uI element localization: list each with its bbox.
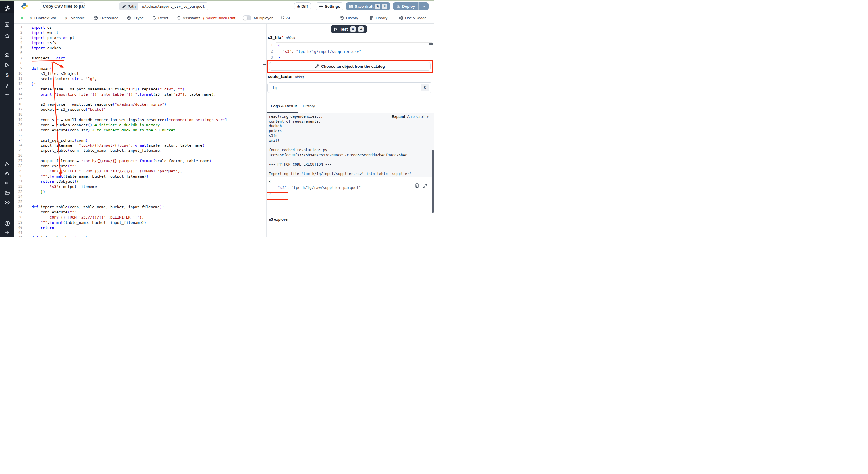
code-line[interactable]: 41: [14, 230, 262, 236]
tab-logs-result[interactable]: Logs & Result: [271, 104, 297, 108]
code-line[interactable]: 38 COPY {} FROM 's3://{}/{}' (DELIMITER …: [14, 215, 262, 220]
code-line[interactable]: 42def init_sql_schema(conn):: [14, 236, 262, 237]
diff-button[interactable]: ± Diff: [294, 2, 311, 10]
code-line[interactable]: 25 import_table(conn, table_name, bucket…: [14, 148, 262, 153]
sidebar-item-resources[interactable]: [0, 81, 14, 90]
library-button[interactable]: Library: [370, 16, 388, 20]
code-line[interactable]: 11 scale_factor: str = "1g",: [14, 76, 262, 81]
sidebar-item-home[interactable]: [0, 50, 14, 59]
code-line[interactable]: 39 """.format(table_name, bucket, input_…: [14, 220, 262, 225]
settings-button[interactable]: Settings: [316, 2, 343, 10]
expand-result-icon[interactable]: [422, 183, 427, 188]
add-type-button[interactable]: +Type: [127, 16, 144, 20]
test-button[interactable]: Test ⌘ ↵: [331, 25, 367, 33]
path-control[interactable]: Path u/admin/import_csv_to_parquet: [119, 2, 208, 10]
expand-logs-button[interactable]: Expand: [392, 114, 405, 119]
sidebar-item-user[interactable]: [0, 159, 14, 168]
s3-file-json-editor[interactable]: 1{2 "s3": "tpc-h/1g/input/supplier.csv"3…: [267, 42, 434, 61]
code-line[interactable]: 26: [14, 153, 262, 158]
code-editor[interactable]: 1import os2import wmill3import polars as…: [14, 24, 262, 237]
save-draft-button[interactable]: Save draft ⌘ S: [346, 2, 390, 10]
code-line[interactable]: 16 s3_resource = wmill.get_resource("u/a…: [14, 102, 262, 107]
history-clock-icon: [340, 16, 344, 20]
code-line[interactable]: 13 table_name = os.path.basename(s3_file…: [14, 87, 262, 92]
code-line[interactable]: 31 return s3object({: [14, 179, 262, 184]
code-line[interactable]: 32 "s3": output_filename: [14, 184, 262, 190]
sidebar-item-variables[interactable]: $: [0, 71, 14, 80]
code-line[interactable]: 4import s3fs: [14, 40, 262, 46]
add-variable-button[interactable]: $ +Variable: [65, 16, 85, 20]
code-line[interactable]: 8: [14, 61, 262, 66]
add-resource-button[interactable]: +Resource: [94, 16, 119, 20]
code-line[interactable]: 9def main(: [14, 66, 262, 71]
add-context-var-button[interactable]: $ +Context Var: [30, 16, 56, 20]
sidebar-item-schedules[interactable]: [0, 92, 14, 101]
code-line[interactable]: 15: [14, 97, 262, 102]
sidebar-item-audit-logs[interactable]: [0, 198, 14, 207]
sidebar-item-collapse[interactable]: [0, 228, 14, 237]
code-line[interactable]: 27 output_filename = "tpc-h/{}/raw/{}.pa…: [14, 158, 262, 164]
code-line[interactable]: 29 COPY (SELECT * FROM {}) TO 's3://{}/{…: [14, 169, 262, 174]
code-line[interactable]: 22: [14, 133, 262, 138]
sidebar-item-settings[interactable]: [0, 169, 14, 178]
copy-to-clipboard-icon[interactable]: [414, 183, 420, 188]
save-draft-label: Save draft: [355, 4, 373, 9]
sidebar-item-workers[interactable]: [0, 178, 14, 188]
sidebar-item-workspace[interactable]: [0, 20, 14, 29]
insert-variable-button[interactable]: $: [421, 84, 429, 91]
code-line[interactable]: 19 conn_str = wmill.duckdb_connection_se…: [14, 117, 262, 123]
log-line: content of requirements:: [267, 119, 434, 124]
code-line[interactable]: 14 print("Importing file '{}' into table…: [14, 92, 262, 97]
windmill-logo-icon[interactable]: [0, 4, 14, 13]
code-line[interactable]: 10 s3_file: s3object,: [14, 71, 262, 76]
code-line[interactable]: 33 }): [14, 190, 262, 195]
use-vscode-button[interactable]: Use VScode: [399, 16, 427, 20]
code-line[interactable]: 7s3object = dict: [14, 56, 262, 61]
code-line[interactable]: 23 init_sql_schema(conn): [14, 138, 262, 143]
panel-scrollbar[interactable]: [432, 150, 434, 213]
tab-history[interactable]: History: [303, 104, 315, 108]
code-line[interactable]: 18: [14, 112, 262, 117]
reset-button[interactable]: Reset: [152, 16, 168, 20]
deploy-button[interactable]: Deploy: [393, 2, 418, 10]
code-line[interactable]: 30 """.format(table_name, bucket, output…: [14, 174, 262, 179]
script-title-input[interactable]: [40, 2, 85, 10]
sidebar-item-help[interactable]: [0, 218, 14, 228]
arrow-right-icon: [4, 230, 10, 235]
code-line[interactable]: 28 conn.execute(""": [14, 164, 262, 169]
code-line[interactable]: 37 conn.execute(""": [14, 210, 262, 215]
json-editor-line[interactable]: 3}: [267, 55, 434, 61]
json-editor-line[interactable]: 1{: [267, 42, 434, 48]
play-icon: [334, 27, 338, 31]
sidebar-item-favorites[interactable]: [0, 31, 14, 40]
assistants-button[interactable]: Assistants: [177, 16, 200, 20]
scale-factor-input[interactable]: [268, 82, 432, 93]
code-line[interactable]: 17 bucket = s3_resource["bucket"]: [14, 107, 262, 112]
history-button[interactable]: History: [340, 16, 358, 20]
code-line[interactable]: 35: [14, 199, 262, 205]
code-line[interactable]: 3import polars as pl: [14, 35, 262, 40]
code-line[interactable]: 36def import_table(conn, table_name, buc…: [14, 205, 262, 210]
code-line[interactable]: 2import wmill: [14, 30, 262, 35]
s3-explorer-link[interactable]: s3 explorer: [269, 217, 289, 222]
multiplayer-toggle[interactable]: [243, 15, 251, 21]
code-line[interactable]: 34: [14, 194, 262, 199]
ai-button[interactable]: AI: [280, 16, 290, 20]
logs-pane[interactable]: Expand Auto scroll ✔ resolving dependenc…: [267, 113, 434, 177]
code-line[interactable]: 40 return: [14, 225, 262, 230]
deploy-dropdown-button[interactable]: [419, 2, 429, 10]
code-line[interactable]: 21 conn.execute(conn_str) # to connect d…: [14, 128, 262, 133]
sidebar-item-runs[interactable]: [0, 61, 14, 70]
panel-splitter[interactable]: [262, 24, 267, 237]
sidebar-item-folders[interactable]: [0, 188, 14, 197]
code-line[interactable]: 20 conn = duckdb.connect() # initiate a …: [14, 123, 262, 128]
autoscroll-checkbox[interactable]: ✔: [426, 114, 429, 119]
json-editor-line[interactable]: 2 "s3": "tpc-h/1g/input/supplier.csv": [267, 48, 434, 55]
code-line[interactable]: 12):: [14, 81, 262, 87]
assistants-label: Assistants: [183, 16, 200, 20]
code-line[interactable]: 5import duckdb: [14, 46, 262, 51]
code-line[interactable]: 6: [14, 50, 262, 56]
choose-object-button[interactable]: Choose an object from the catalog: [269, 62, 431, 71]
code-line[interactable]: 1import os: [14, 25, 262, 30]
code-line[interactable]: 24 input_filename = "tpc-h/{}/input/{}.c…: [14, 143, 262, 148]
